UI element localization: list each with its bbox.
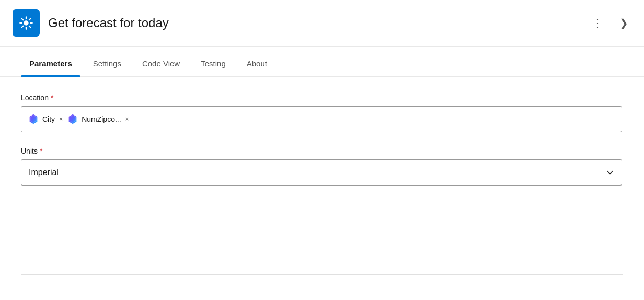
units-dropdown[interactable]: Imperial — [21, 159, 622, 186]
svg-point-0 — [24, 20, 28, 25]
location-field-group: Location * — [21, 94, 623, 132]
numzipco-tag-icon — [67, 113, 78, 125]
form-content: Location * — [0, 77, 644, 217]
tab-settings[interactable]: Settings — [85, 51, 130, 76]
svg-line-6 — [29, 26, 30, 27]
units-label: Units * — [21, 147, 623, 155]
collapse-icon[interactable]: ❯ — [616, 15, 631, 31]
app-container: Get forecast for today ⋮ ❯ Parameters Se… — [0, 0, 644, 300]
svg-line-5 — [22, 19, 23, 20]
tag-city: City × — [28, 113, 63, 125]
tabs-container: Parameters Settings Code View Testing Ab… — [0, 51, 644, 77]
chevron-down-icon — [606, 168, 614, 177]
location-required-star: * — [51, 94, 53, 102]
tab-code-view[interactable]: Code View — [134, 51, 188, 76]
page-title: Get forecast for today — [48, 16, 588, 30]
svg-line-8 — [29, 19, 30, 20]
svg-line-7 — [22, 26, 23, 27]
header-actions: ⋮ ❯ — [588, 15, 631, 31]
bottom-divider — [21, 274, 623, 275]
more-options-icon[interactable]: ⋮ — [588, 15, 608, 31]
weather-app-icon — [13, 9, 40, 37]
tab-about[interactable]: About — [238, 51, 275, 76]
city-tag-icon — [28, 113, 39, 125]
numzipco-tag-remove[interactable]: × — [125, 116, 129, 123]
city-tag-remove[interactable]: × — [59, 116, 63, 123]
location-input[interactable]: City × — [21, 106, 622, 132]
tab-testing[interactable]: Testing — [192, 51, 234, 76]
city-tag-label: City — [42, 115, 55, 123]
location-label: Location * — [21, 94, 623, 102]
tab-parameters[interactable]: Parameters — [21, 51, 80, 76]
units-required-star: * — [40, 147, 42, 155]
numzipco-tag-label: NumZipco... — [82, 115, 121, 123]
units-field-group: Units * Imperial — [21, 147, 623, 186]
tag-numzipco: NumZipco... × — [67, 113, 129, 125]
units-selected-value: Imperial — [29, 168, 59, 177]
header: Get forecast for today ⋮ ❯ — [0, 0, 644, 47]
sun-icon — [19, 16, 33, 30]
